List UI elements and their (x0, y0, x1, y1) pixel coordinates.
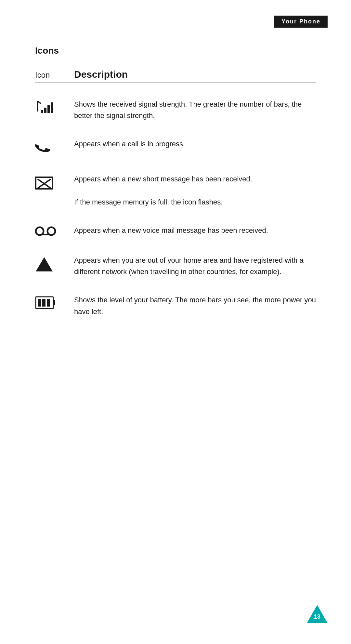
battery-level-description: Shows the level of your battery. The mor… (74, 294, 316, 317)
roaming-icon (35, 255, 74, 273)
signal-strength-icon (35, 99, 74, 117)
svg-rect-11 (40, 234, 51, 235)
voicemail-icon (35, 225, 74, 238)
page-number: 13 (314, 613, 320, 620)
page-footer: 13 (307, 604, 328, 624)
table-row: Appears when a new voice mail message ha… (35, 225, 316, 238)
svg-rect-14 (53, 300, 55, 305)
voicemail-description: Appears when a new voice mail message ha… (74, 225, 316, 236)
call-in-progress-description: Appears when a call is in progress. (74, 138, 316, 150)
battery-level-icon (35, 294, 74, 310)
roaming-description: Appears when you are out of your home ar… (74, 255, 316, 277)
svg-rect-2 (41, 110, 43, 113)
svg-rect-17 (47, 299, 50, 307)
call-in-progress-icon (35, 138, 74, 156)
svg-rect-15 (38, 299, 41, 307)
signal-strength-description: Shows the received signal strength. The … (74, 99, 316, 121)
svg-marker-12 (36, 257, 53, 271)
table-header: Icon Description (35, 69, 316, 83)
page-number-container: 13 (307, 604, 328, 624)
svg-rect-4 (47, 105, 50, 113)
page-content: Icons Icon Description Shows the receive… (35, 46, 316, 334)
new-message-description: Appears when a new short message has bee… (74, 173, 316, 208)
table-row: Appears when you are out of your home ar… (35, 255, 316, 277)
table-row: Shows the received signal strength. The … (35, 99, 316, 121)
table-row: Shows the level of your battery. The mor… (35, 294, 316, 317)
column-desc-header: Description (74, 69, 128, 80)
svg-rect-3 (44, 108, 46, 113)
svg-rect-5 (51, 102, 53, 113)
table-row: Appears when a new short message has bee… (35, 173, 316, 208)
new-message-icon (35, 173, 74, 191)
table-row: Appears when a call is in progress. (35, 138, 316, 156)
header-tab: Your Phone (274, 16, 328, 28)
svg-rect-16 (42, 299, 46, 307)
section-title: Icons (35, 46, 316, 56)
column-icon-header: Icon (35, 71, 74, 80)
